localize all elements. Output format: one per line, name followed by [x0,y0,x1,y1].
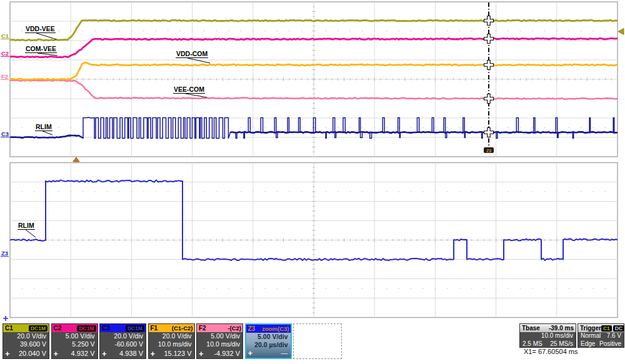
trigger-level: 7.6 V [607,332,621,340]
bottom-grid [10,163,618,318]
offset-marker-icon: + [5,351,10,357]
vertical-scale: 20.0 V/div [149,332,194,340]
vertical-scale: 5.00 V/div [52,332,98,340]
trigger-mode: Normal [581,332,601,340]
channel-marker-f2[interactable]: F2 [1,74,9,80]
offset-marker-icon: + [102,351,107,357]
channel-id: C2 [54,324,62,332]
trigger-source-badge: C1 [601,325,612,332]
channel-marker-c2[interactable]: C2 [1,51,9,57]
trigger-type: Edge [581,340,595,348]
channel-id: C3 [102,324,110,332]
source-expression: -(C2) [228,324,241,332]
timebase-samples: 2.5 MS [522,340,542,348]
svg-text:Z3: Z3 [486,149,491,153]
oscilloscope-screen: Z3 VDD-VEECOM-VEEVDD-COMVEE-COMRLIMRLIM … [0,0,625,364]
measured-value: 4.938 V [119,350,143,357]
offset-or-timebase: 10.0 ms/div [197,340,242,348]
offset-or-timebase: 5.250 V [52,340,98,348]
offset-or-timebase: -60.600 V [100,340,146,348]
trace-label-vdd-com: VDD-COM [176,51,208,58]
trigger-coupling-badge: DC [613,325,624,332]
coupling-badge: DC1M [126,325,144,332]
channel-marker-c1[interactable]: C1 [1,33,9,39]
timebase-box[interactable]: Tbase -39.0 ms 10.0 ms/div 2.5 MS 25 MS/… [519,323,576,348]
coupling-badge: DC1M [29,325,48,332]
waveform-display: Z3 [0,0,625,364]
timebase-delay: -39.0 ms [549,324,574,332]
timebase-scale: 10.0 ms/div [541,332,573,340]
measured-value: 20.040 V [19,350,46,357]
cursor-readout: X1= 67.60504 ms [524,348,578,355]
vertical-scale: 5.00 V/div [197,332,242,340]
channel-descriptor-c2[interactable]: C2DC1M5.00 V/div5.250 V+4.932 V [51,323,98,359]
channel-descriptor-f1[interactable]: F1(C1-C2)20.0 V/div10.0 ms/div+15.123 V [148,323,195,359]
vertical-scale: 20.0 V/div [3,332,49,340]
trace-c3-baseline-post [230,132,618,133]
channel-descriptor-f2[interactable]: F2-(C2)5.00 V/div10.0 ms/div+-4.932 V [196,323,243,359]
channel-id: Z3 [248,325,256,333]
trace-label-com-vee: COM-VEE [25,46,57,53]
offset-marker-icon: + [54,351,59,357]
offset-marker-icon: + [151,351,156,357]
channel-marker-z3[interactable]: Z3 [1,250,9,257]
trigger-title: Trigger [580,324,601,332]
empty-trace-slot[interactable] [293,323,342,359]
channel-marker-c3[interactable]: C3 [1,131,9,137]
measured-value: 4.932 V [71,350,95,357]
marker-cross-icon [3,316,8,321]
trace-label-vee-com: VEE-COM [173,86,205,94]
channel-descriptor-c3[interactable]: C3DC1M20.0 V/div-60.600 V+4.938 V [99,323,146,359]
trigger-box[interactable]: Trigger C1 DC Normal 7.6 V Edge Positive [578,323,624,348]
channel-descriptor-c1[interactable]: C1DC1M20.0 V/div39.600 V+20.040 V [2,323,49,359]
trigger-level-marker[interactable] [618,29,624,35]
trace-label-rlim: RLIM [35,124,52,131]
trigger-position-marker[interactable] [73,157,79,162]
trace-label-vdd-vee: VDD-VEE [25,26,56,33]
vertical-scale: 20.0 V/div [100,332,146,340]
measured-value: 15.123 V [164,350,191,357]
offset-marker-icon: + [248,350,253,357]
source-expression: (C1-C2) [172,324,193,332]
timebase-title: Tbase [522,324,540,332]
offset-marker-icon: + [199,351,204,357]
source-expression: zoom(C3) [262,325,289,333]
coupling-badge: DC1M [77,325,96,332]
timebase-rate: 25 MS/s [550,340,573,348]
channel-descriptor-z3[interactable]: Z3zoom(C3)5.00 V/div20.0 µs/div+— [245,323,292,359]
channel-id: C1 [5,324,13,332]
channel-id: F2 [199,324,206,332]
offset-or-timebase: 20.0 µs/div [246,341,291,349]
vertical-scale: 5.00 V/div [246,333,291,341]
trace-label-rlim: RLIM [18,222,35,230]
channel-id: F1 [151,324,158,332]
trigger-slope: Positive [599,340,621,348]
offset-or-timebase: 10.0 ms/div [149,340,194,348]
measured-value: — [281,349,288,357]
offset-or-timebase: 39.600 V [3,340,49,348]
measured-value: -4.932 V [214,350,240,357]
